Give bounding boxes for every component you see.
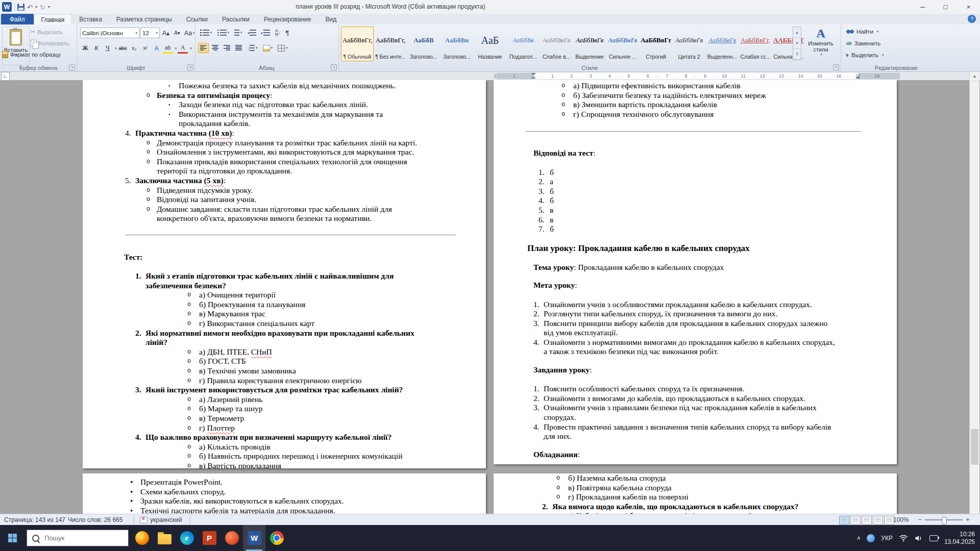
taskbar-firefox-icon[interactable]	[131, 525, 153, 551]
zoom-out-icon[interactable]: −	[918, 514, 922, 525]
tray-app-icon[interactable]	[867, 534, 875, 542]
replace-button[interactable]: ab Заменить	[846, 40, 880, 46]
shrink-font-button[interactable]: А▾	[172, 29, 182, 38]
style-normal[interactable]: АаБбВвГг, ¶ Обычный	[341, 27, 374, 61]
taskbar-chrome-icon[interactable]	[265, 525, 288, 551]
taskbar-app-icon-orange[interactable]	[220, 525, 243, 551]
font-size-select[interactable]: 12▾	[140, 28, 160, 38]
paste-button[interactable]: Вставить ▾	[2, 27, 30, 65]
style-intense-quote[interactable]: АаБбВвГв Выделенн...	[706, 27, 739, 61]
underline-button[interactable]: Ч	[103, 44, 113, 53]
save-icon[interactable]	[17, 4, 24, 11]
bullet-list-button[interactable]: ▾	[198, 28, 214, 38]
format-painter-button[interactable]: Формат по образцу	[2, 51, 61, 58]
tab-file[interactable]: Файл	[1, 14, 34, 24]
minimize-button[interactable]: ─	[911, 0, 934, 14]
zoom-level[interactable]: 100%	[893, 514, 909, 525]
dialog-launcher-icon[interactable]: ↘	[331, 64, 337, 70]
language-indicator[interactable]: украинский	[150, 514, 182, 525]
right-indent-marker[interactable]	[855, 76, 861, 79]
font-color-button[interactable]: А	[178, 43, 188, 54]
hanging-indent-marker[interactable]	[531, 76, 536, 79]
document-area[interactable]: ▪Пожежна безпека та захист кабелів від м…	[0, 80, 980, 514]
close-button[interactable]: ×	[957, 0, 980, 14]
zoom-slider-thumb[interactable]	[942, 517, 947, 524]
align-center-button[interactable]	[210, 43, 220, 53]
web-layout-view-button[interactable]	[862, 516, 872, 524]
taskbar-powerpoint-icon[interactable]: P	[198, 525, 220, 551]
dialog-launcher-icon[interactable]: ↘	[69, 64, 75, 70]
font-family-select[interactable]: Calibri (Основн▾	[80, 28, 139, 38]
style-heading1[interactable]: АаБбВ Заголово...	[407, 27, 440, 61]
zoom-in-icon[interactable]: +	[966, 514, 970, 525]
first-line-indent-marker[interactable]	[531, 73, 536, 76]
cut-button[interactable]: Вырезать	[31, 29, 62, 35]
copy-button[interactable]: Копировать	[31, 40, 69, 47]
page-indicator[interactable]: Страница: 143 из 147	[4, 514, 65, 525]
style-quote2[interactable]: АаБбВвГв Цитата 2	[673, 27, 705, 61]
wifi-icon[interactable]	[899, 535, 908, 542]
qat-customize-icon[interactable]: ▾	[48, 5, 50, 9]
style-title[interactable]: АаБ Название	[474, 27, 506, 61]
style-strong[interactable]: АаБбВвГг, Строгий	[640, 27, 672, 61]
keyboard-language[interactable]: УКР	[881, 535, 893, 542]
change-case-button[interactable]: Аа▾	[183, 29, 195, 38]
text-effects-button[interactable]: А	[152, 44, 162, 53]
page-right-next[interactable]: oб) Наземна кабельна споруда oв) Повітря…	[494, 473, 897, 514]
decrease-indent-button[interactable]: ◂	[246, 28, 258, 38]
select-button[interactable]: Выделить▾	[846, 52, 884, 58]
battery-icon[interactable]	[929, 535, 938, 541]
style-heading2[interactable]: АаБбВв Заголово...	[440, 27, 473, 61]
start-button[interactable]	[0, 525, 24, 551]
style-subtle-emphasis[interactable]: АаБбВвГв Слабое в...	[540, 27, 573, 61]
increase-indent-button[interactable]: ▸	[259, 28, 272, 38]
multilevel-list-button[interactable]: ▾	[232, 28, 244, 38]
styles-gallery-scrollbar[interactable]: ▲▼⊽	[793, 27, 801, 60]
hidden-icons-chevron-icon[interactable]: ∧	[856, 535, 861, 541]
taskbar-word-icon[interactable]: W	[243, 525, 265, 551]
align-left-button[interactable]	[198, 43, 209, 53]
taskbar-explorer-icon[interactable]	[153, 525, 176, 551]
underline-dropdown-icon[interactable]: ▾	[115, 46, 117, 51]
tab-review[interactable]: Рецензирование	[257, 14, 318, 24]
volume-icon[interactable]	[914, 535, 923, 542]
print-layout-view-button[interactable]	[839, 516, 849, 524]
taskbar-edge-icon[interactable]: e	[176, 525, 198, 551]
tab-selector[interactable]	[1, 72, 10, 81]
redo-icon[interactable]	[40, 3, 45, 12]
word-count[interactable]: Число слов: 26 665	[68, 514, 122, 525]
dialog-launcher-icon[interactable]: ↘	[187, 64, 193, 70]
sort-button[interactable]: АЯ↓	[273, 28, 283, 38]
find-button[interactable]: Найти▾	[846, 29, 878, 35]
tab-home[interactable]: Главная	[34, 14, 72, 25]
undo-icon[interactable]	[27, 3, 33, 12]
tab-references[interactable]: Ссылки	[179, 14, 215, 24]
style-no-spacing[interactable]: АаБбВвГг, ¶ Без инте...	[374, 27, 407, 61]
justify-button[interactable]	[233, 43, 244, 53]
scroll-up-icon[interactable]: ▲	[970, 72, 979, 81]
numbered-list-button[interactable]: ▾	[215, 28, 232, 38]
spellcheck-icon[interactable]	[140, 517, 148, 523]
tab-mailings[interactable]: Рассылки	[215, 14, 257, 24]
style-subtitle[interactable]: АаБбВв Подзагол...	[507, 27, 540, 61]
style-emphasis[interactable]: АаБбВвГв Выделение	[573, 27, 606, 61]
superscript-button[interactable]: х²	[140, 44, 151, 53]
tab-page-layout[interactable]: Разметка страницы	[109, 14, 179, 24]
fullscreen-reading-view-button[interactable]	[850, 516, 861, 524]
scrollbar-thumb[interactable]	[971, 429, 978, 465]
strikethrough-button[interactable]: abc	[118, 44, 128, 53]
style-subtle-reference[interactable]: АаБбВвГг, Слабая сс...	[739, 27, 772, 61]
tab-insert[interactable]: Вставка	[72, 14, 109, 24]
dialog-launcher-icon[interactable]: ↘	[833, 64, 839, 70]
style-intense-emphasis[interactable]: АаБбВвГв Сильное ...	[606, 27, 639, 61]
vertical-scrollbar[interactable]: ▲	[969, 72, 979, 514]
search-input[interactable]	[43, 534, 117, 542]
page-right[interactable]: oа) Підвищити ефективність використання …	[494, 80, 897, 464]
bold-button[interactable]: Ж	[80, 44, 90, 53]
help-icon[interactable]: ?	[968, 15, 976, 23]
show-paragraph-marks-button[interactable]: ¶	[284, 28, 291, 38]
change-styles-button[interactable]: А Изменить стили ▾	[804, 27, 838, 66]
undo-dropdown-icon[interactable]: ▾	[35, 5, 37, 9]
page-left[interactable]: ▪Пожежна безпека та захист кабелів від м…	[83, 80, 486, 468]
font-color-dropdown-icon[interactable]: ▾	[190, 46, 192, 51]
